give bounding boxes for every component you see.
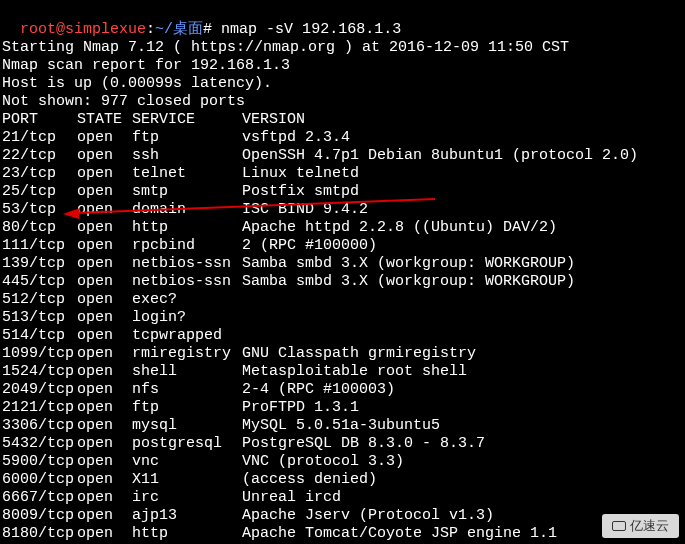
cloud-icon (612, 521, 626, 531)
cell-state: open (77, 255, 132, 273)
cell-service: exec? (132, 291, 242, 309)
cell-state: open (77, 309, 132, 327)
table-header: PORT STATE SERVICE VERSION (2, 111, 683, 129)
cell-state: open (77, 345, 132, 363)
table-row: 5900/tcpopenvncVNC (protocol 3.3) (2, 453, 683, 471)
cell-service: irc (132, 489, 242, 507)
cell-service: ftp (132, 399, 242, 417)
header-version: VERSION (242, 111, 683, 129)
cell-version (242, 327, 683, 345)
cell-port: 25/tcp (2, 183, 77, 201)
table-row: 512/tcpopenexec? (2, 291, 683, 309)
cell-state: open (77, 147, 132, 165)
cell-version: Apache httpd 2.2.8 ((Ubuntu) DAV/2) (242, 219, 683, 237)
terminal-prompt[interactable]: root@simplexue:~/桌面# nmap -sV 192.168.1.… (2, 3, 683, 39)
cell-state: open (77, 165, 132, 183)
prompt-sep2: # (203, 21, 212, 38)
cell-service: netbios-ssn (132, 255, 242, 273)
cell-port: 23/tcp (2, 165, 77, 183)
table-row: 8009/tcpopenajp13Apache Jserv (Protocol … (2, 507, 683, 525)
cell-version: Samba smbd 3.X (workgroup: WORKGROUP) (242, 273, 683, 291)
table-row: 513/tcpopenlogin? (2, 309, 683, 327)
cell-port: 80/tcp (2, 219, 77, 237)
cell-port: 512/tcp (2, 291, 77, 309)
cell-state: open (77, 507, 132, 525)
cell-service: X11 (132, 471, 242, 489)
cell-port: 5900/tcp (2, 453, 77, 471)
cell-port: 445/tcp (2, 273, 77, 291)
cell-version: MySQL 5.0.51a-3ubuntu5 (242, 417, 683, 435)
cell-port: 6667/tcp (2, 489, 77, 507)
cell-state: open (77, 417, 132, 435)
cell-version: Samba smbd 3.X (workgroup: WORKGROUP) (242, 255, 683, 273)
prompt-host: simplexue (65, 21, 146, 38)
table-row: 5432/tcpopenpostgresqlPostgreSQL DB 8.3.… (2, 435, 683, 453)
table-row: 445/tcpopennetbios-ssnSamba smbd 3.X (wo… (2, 273, 683, 291)
cell-service: nfs (132, 381, 242, 399)
cell-version: 2 (RPC #100000) (242, 237, 683, 255)
cell-state: open (77, 201, 132, 219)
cell-service: vnc (132, 453, 242, 471)
watermark-text: 亿速云 (630, 517, 669, 535)
cell-port: 2121/tcp (2, 399, 77, 417)
table-row: 6667/tcpopenircUnreal ircd (2, 489, 683, 507)
table-row: 2049/tcpopennfs2-4 (RPC #100003) (2, 381, 683, 399)
cell-port: 6000/tcp (2, 471, 77, 489)
cell-port: 3306/tcp (2, 417, 77, 435)
cell-port: 1524/tcp (2, 363, 77, 381)
header-state: STATE (77, 111, 132, 129)
cell-version: Unreal ircd (242, 489, 683, 507)
table-row: 80/tcpopenhttpApache httpd 2.2.8 ((Ubunt… (2, 219, 683, 237)
cell-service: smtp (132, 183, 242, 201)
cell-port: 139/tcp (2, 255, 77, 273)
cell-state: open (77, 237, 132, 255)
cell-service: domain (132, 201, 242, 219)
prompt-user: root (20, 21, 56, 38)
cell-version: PostgreSQL DB 8.3.0 - 8.3.7 (242, 435, 683, 453)
table-row: 139/tcpopennetbios-ssnSamba smbd 3.X (wo… (2, 255, 683, 273)
cell-port: 513/tcp (2, 309, 77, 327)
cell-service: http (132, 525, 242, 543)
cell-port: 22/tcp (2, 147, 77, 165)
cell-service: rpcbind (132, 237, 242, 255)
cell-port: 2049/tcp (2, 381, 77, 399)
cell-state: open (77, 453, 132, 471)
table-row: 3306/tcpopenmysqlMySQL 5.0.51a-3ubuntu5 (2, 417, 683, 435)
cell-service: ftp (132, 129, 242, 147)
cell-state: open (77, 291, 132, 309)
cell-port: 1099/tcp (2, 345, 77, 363)
cell-state: open (77, 219, 132, 237)
cell-version: GNU Classpath grmiregistry (242, 345, 683, 363)
cell-state: open (77, 381, 132, 399)
cell-service: mysql (132, 417, 242, 435)
cell-version: Metasploitable root shell (242, 363, 683, 381)
prompt-sep1: : (146, 21, 155, 38)
prompt-command: nmap -sV 192.168.1.3 (212, 21, 401, 38)
cell-state: open (77, 525, 132, 543)
report-line: Nmap scan report for 192.168.1.3 (2, 57, 683, 75)
table-row: 6000/tcpopenX11(access denied) (2, 471, 683, 489)
table-row: 514/tcpopentcpwrapped (2, 327, 683, 345)
table-row: 25/tcpopensmtpPostfix smtpd (2, 183, 683, 201)
cell-state: open (77, 471, 132, 489)
table-row: 53/tcpopendomainISC BIND 9.4.2 (2, 201, 683, 219)
table-row: 23/tcpopentelnetLinux telnetd (2, 165, 683, 183)
table-row: 8180/tcpopenhttpApache Tomcat/Coyote JSP… (2, 525, 683, 543)
host-line: Host is up (0.00099s latency). (2, 75, 683, 93)
prompt-at: @ (56, 21, 65, 38)
cell-port: 5432/tcp (2, 435, 77, 453)
cell-service: rmiregistry (132, 345, 242, 363)
header-service: SERVICE (132, 111, 242, 129)
cell-version: Postfix smtpd (242, 183, 683, 201)
cell-port: 21/tcp (2, 129, 77, 147)
cell-version: OpenSSH 4.7p1 Debian 8ubuntu1 (protocol … (242, 147, 683, 165)
cell-port: 514/tcp (2, 327, 77, 345)
cell-state: open (77, 183, 132, 201)
cell-state: open (77, 435, 132, 453)
cell-service: netbios-ssn (132, 273, 242, 291)
cell-version (242, 291, 683, 309)
cell-version: Linux telnetd (242, 165, 683, 183)
scan-results: 21/tcpopenftpvsftpd 2.3.422/tcpopensshOp… (2, 129, 683, 543)
cell-state: open (77, 129, 132, 147)
cell-service: ajp13 (132, 507, 242, 525)
